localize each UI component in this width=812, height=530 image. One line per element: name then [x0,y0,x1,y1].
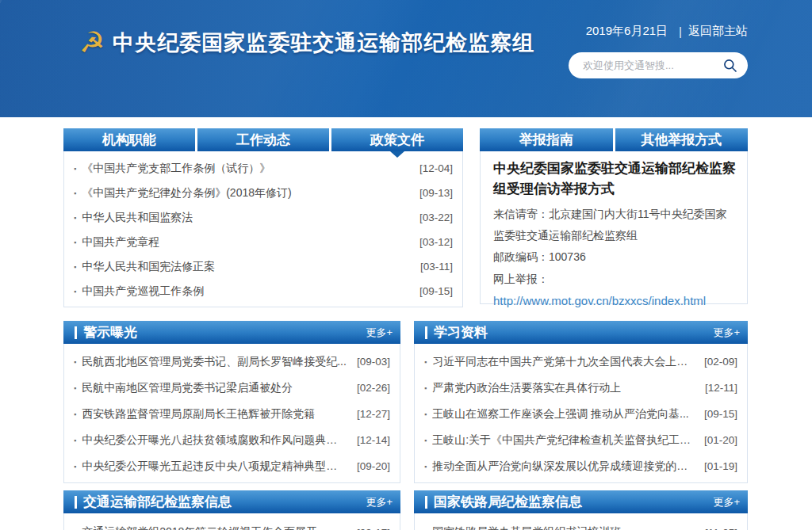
item-date: [09-17] [357,527,390,530]
search-input[interactable] [583,59,722,71]
list-item[interactable]: ▪ 中国共产党巡视工作条例 [09-15] [72,279,453,303]
more-link[interactable]: 更多+ [366,495,393,509]
active-tab-arrow-icon [390,151,404,158]
mot-discipline-info-section: 交通运输部纪检监察信息 更多+ ▪ 交通运输部党组2018年第二轮巡视工作全面展… [63,490,400,530]
list-item[interactable]: ▪ 《中国共产党纪律处分条例》(2018年修订) [09-13] [72,181,453,205]
list-item[interactable]: ▪ 《中国共产党支部工作条例（试行）》 [12-04] [72,156,453,181]
item-date: [03-11] [420,261,453,273]
railway-discipline-info-header: 国家铁路局纪检监察信息 更多+ [414,490,748,513]
item-title[interactable]: 王岐山在巡察工作座谈会上强调 推动从严治党向基... [432,407,695,421]
more-link[interactable]: 更多+ [713,495,740,509]
bullet-icon: ▪ [74,214,76,222]
return-home-link[interactable]: 返回部主站 [688,24,748,39]
item-title[interactable]: 国家铁路局举办基层党组织书记培训班 [432,525,695,530]
bullet-icon: ▪ [424,463,427,471]
policy-list-body: ▪ 《中国共产党支部工作条例（试行）》 [12-04] ▪ 《中国共产党纪律处分… [63,151,463,307]
report-body: 中央纪委国家监委驻交通运输部纪检监察组受理信访举报方式 来信请寄：北京建国门内大… [480,151,748,304]
bullet-icon: ▪ [74,358,76,366]
policy-card: 机构职能 工作动态 政策文件 ▪ 《中国共产党支部工作条例（试行）》 [12-0… [63,128,463,307]
tab-report-guide[interactable]: 举报指南 [480,128,613,151]
item-title[interactable]: 《中国共产党支部工作条例（试行）》 [82,162,410,176]
item-date: [02-26] [357,382,390,394]
bullet-icon: ▪ [74,189,76,197]
tab-work-updates[interactable]: 工作动态 [197,128,329,151]
section-title-bar [75,496,77,509]
tab-policy-documents[interactable]: 政策文件 [331,128,463,151]
section-title: 交通运输部纪检监察信息 [83,493,366,511]
list-item[interactable]: ▪ 国家铁路局举办基层党组织书记培训班 [11-05] [423,518,737,530]
party-emblem-icon: ☭ [79,29,105,57]
section-title: 国家铁路局纪检监察信息 [434,493,713,511]
item-date: [12-11] [705,382,737,394]
item-title[interactable]: 王岐山:关于《中国共产党纪律检查机关监督执纪工作... [432,433,695,448]
list-item[interactable]: ▪ 民航西北地区管理局党委书记、副局长罗智峰接受纪... [09-03] [72,349,390,375]
item-date: [09-15] [704,408,737,420]
list-item[interactable]: ▪ 中央纪委公开曝光五起违反中央八项规定精神典型问题 [09-20] [72,453,390,479]
item-date: [12-04] [419,162,453,174]
current-date: 2019年6月21日 [586,24,668,39]
tab-policy-documents-label: 政策文件 [370,132,424,147]
item-title[interactable]: 习近平同志在中国共产党第十九次全国代表大会上的报告 [432,355,695,369]
mot-discipline-info-header: 交通运输部纪检监察信息 更多+ [63,490,400,513]
list-item[interactable]: ▪ 王岐山在巡察工作座谈会上强调 推动从严治党向基... [09-15] [423,401,737,427]
warning-exposure-list: ▪ 民航西北地区管理局党委书记、副局长罗智峰接受纪... [09-03] ▪ 民… [64,344,400,482]
list-item[interactable]: ▪ 西安铁路监督管理局原副局长王艳辉被开除党籍 [12-27] [72,401,390,427]
search-icon[interactable] [722,58,738,74]
list-item[interactable]: ▪ 推动全面从严治党向纵深发展以优异成绩迎接党的十... [01-19] [423,453,737,479]
item-date: [03-12] [419,236,453,248]
list-item[interactable]: ▪ 交通运输部党组2018年第二轮巡视工作全面展开 [09-17] [72,518,390,530]
bullet-icon: ▪ [74,437,76,444]
list-item[interactable]: ▪ 中央纪委公开曝光八起扶贫领域腐败和作风问题典型案例 [12-14] [72,427,390,453]
item-title[interactable]: 西安铁路监督管理局原副局长王艳辉被开除党籍 [82,407,347,421]
study-materials-list: ▪ 习近平同志在中国共产党第十九次全国代表大会上的报告 [02-09] ▪ 严肃… [415,344,747,482]
more-link[interactable]: 更多+ [713,326,740,340]
item-date: [02-09] [704,356,737,368]
report-card: 举报指南 其他举报方式 中央纪委国家监委驻交通运输部纪检监察组受理信访举报方式 … [480,128,748,307]
railway-discipline-info-section: 国家铁路局纪检监察信息 更多+ ▪ 国家铁路局举办基层党组织书记培训班 [11-… [414,490,748,530]
list-item[interactable]: ▪ 中华人民共和国监察法 [03-22] [72,205,453,230]
site-title: 中央纪委国家监委驻交通运输部纪检监察组 [113,29,534,57]
bullet-icon: ▪ [74,384,76,392]
item-title[interactable]: 中央纪委公开曝光八起扶贫领域腐败和作风问题典型案例 [82,433,347,448]
warning-exposure-header: 警示曝光 更多+ [63,321,400,344]
item-title[interactable]: 中华人民共和国宪法修正案 [82,260,411,274]
item-date: [09-15] [419,285,453,297]
bullet-icon: ▪ [74,288,76,296]
item-title[interactable]: 中华人民共和国监察法 [82,211,410,225]
item-title[interactable]: 民航中南地区管理局党委书记梁启通被处分 [82,381,347,395]
item-title[interactable]: 民航西北地区管理局党委书记、副局长罗智峰接受纪... [82,355,347,369]
railway-discipline-info-list: ▪ 国家铁路局举办基层党组织书记培训班 [11-05] [415,513,747,530]
list-item[interactable]: ▪ 中国共产党章程 [03-12] [72,230,453,254]
item-title[interactable]: 中国共产党巡视工作条例 [82,284,410,299]
list-item[interactable]: ▪ 民航中南地区管理局党委书记梁启通被处分 [02-26] [72,375,390,401]
tab-other-report-methods[interactable]: 其他举报方式 [615,128,749,151]
item-title[interactable]: 严肃党内政治生活要落实在具体行动上 [432,381,695,395]
tab-organization-functions[interactable]: 机构职能 [63,128,195,151]
bullet-icon: ▪ [74,165,76,173]
meta-separator: | [679,25,682,38]
bullet-icon: ▪ [74,410,76,418]
item-title[interactable]: 中央纪委公开曝光五起违反中央八项规定精神典型问题 [82,459,347,474]
bullet-icon: ▪ [424,358,427,366]
item-title[interactable]: 交通运输部党组2018年第二轮巡视工作全面展开 [82,525,347,530]
study-materials-body: ▪ 习近平同志在中国共产党第十九次全国代表大会上的报告 [02-09] ▪ 严肃… [414,344,748,483]
bullet-icon: ▪ [74,238,76,246]
policy-tabbar: 机构职能 工作动态 政策文件 [63,128,463,151]
item-title[interactable]: 中国共产党章程 [82,235,410,250]
section-title-bar [425,496,427,509]
report-tabbar: 举报指南 其他举报方式 [480,128,748,151]
item-title[interactable]: 推动全面从严治党向纵深发展以优异成绩迎接党的十... [432,459,695,474]
item-title[interactable]: 《中国共产党纪律处分条例》(2018年修订) [82,186,410,200]
item-date: [12-27] [357,408,390,420]
list-item[interactable]: ▪ 严肃党内政治生活要落实在具体行动上 [12-11] [423,375,737,401]
site-header: ☭ 中央纪委国家监委驻交通运输部纪检监察组 2019年6月21日 | 返回部主站 [0,0,812,117]
item-date: [09-20] [357,460,390,472]
list-item[interactable]: ▪ 中华人民共和国宪法修正案 [03-11] [72,254,453,279]
item-date: [01-20] [704,434,737,446]
item-date: [09-13] [419,187,453,199]
study-materials-header: 学习资料 更多+ [414,321,748,344]
list-item[interactable]: ▪ 王岐山:关于《中国共产党纪律检查机关监督执纪工作... [01-20] [423,427,737,453]
list-item[interactable]: ▪ 习近平同志在中国共产党第十九次全国代表大会上的报告 [02-09] [423,349,737,375]
report-online-link[interactable]: http://www.mot.gov.cn/bzxxcs/index.html [493,290,706,313]
more-link[interactable]: 更多+ [366,326,393,340]
